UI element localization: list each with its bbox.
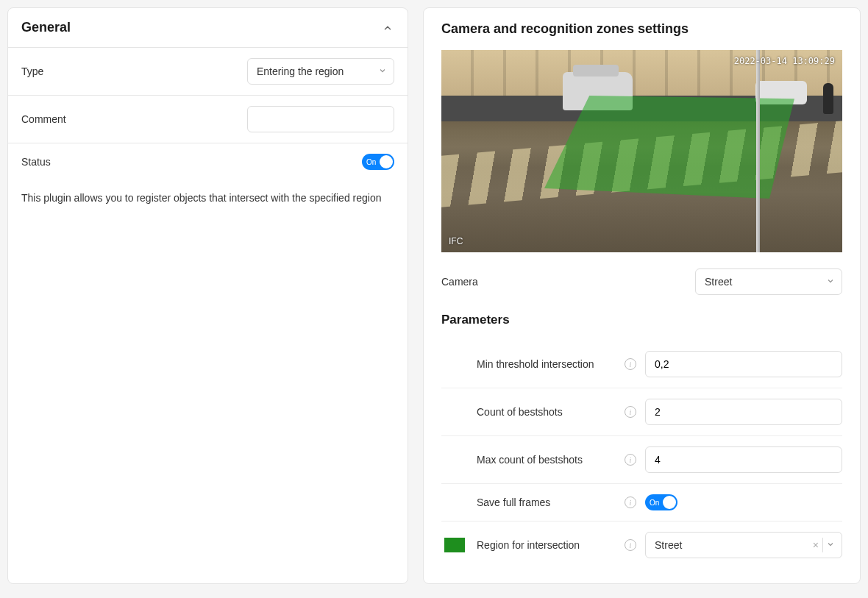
clear-icon[interactable]: × (813, 539, 819, 551)
camera-select[interactable]: Street (695, 268, 842, 295)
toggle-knob (380, 155, 393, 168)
info-icon[interactable]: i (625, 406, 636, 418)
comment-label: Comment (21, 113, 66, 125)
preview-camera-label: IFC (449, 236, 463, 246)
max-bestshots-row: Max count of bestshots i (441, 436, 842, 484)
min-threshold-label: Min threshold intersection (477, 357, 616, 371)
comment-input[interactable] (247, 106, 394, 132)
max-bestshots-label: Max count of bestshots (477, 453, 616, 467)
info-icon[interactable]: i (625, 539, 636, 551)
status-toggle[interactable]: On (362, 154, 394, 170)
pedestrian (823, 83, 833, 114)
type-select[interactable]: Entering the region (247, 58, 394, 85)
count-bestshots-label: Count of bestshots (477, 405, 616, 419)
save-frames-row: Save full frames i On (441, 484, 842, 522)
select-divider (822, 538, 823, 552)
type-label: Type (21, 65, 43, 77)
camera-preview[interactable]: 2022-03-14 13:09:29 IFC (441, 50, 842, 252)
count-bestshots-row: Count of bestshots i (441, 388, 842, 436)
region-color-swatch (444, 538, 465, 552)
min-threshold-row: Min threshold intersection i (441, 341, 842, 388)
max-bestshots-input[interactable] (645, 446, 842, 473)
comment-row: Comment (8, 96, 408, 143)
info-icon[interactable]: i (625, 358, 636, 370)
preview-timestamp: 2022-03-14 13:09:29 (734, 56, 835, 66)
count-bestshots-input[interactable] (645, 399, 842, 425)
general-panel: General Type Entering the region Comment… (7, 7, 408, 584)
min-threshold-input[interactable] (645, 351, 842, 377)
status-row: Status On (8, 143, 408, 180)
general-title: General (21, 20, 71, 35)
camera-select-row: Camera Street (441, 268, 842, 295)
plugin-description: This plugin allows you to register objec… (8, 180, 408, 221)
chevron-up-icon (381, 21, 394, 35)
camera-label: Camera (441, 276, 478, 288)
lamppost (756, 50, 760, 252)
info-icon[interactable]: i (625, 496, 636, 508)
toggle-on-label: On (650, 499, 659, 507)
toggle-on-label: On (366, 158, 376, 166)
zones-panel: Camera and recognition zones settings 20… (423, 7, 861, 584)
zones-title: Camera and recognition zones settings (441, 21, 842, 37)
type-row: Type Entering the region (8, 48, 408, 96)
info-icon[interactable]: i (625, 454, 636, 466)
general-section-header[interactable]: General (8, 8, 408, 48)
save-frames-label: Save full frames (477, 496, 616, 510)
status-label: Status (21, 156, 51, 168)
region-row: Region for intersection i Street × (441, 522, 842, 569)
parameters-title: Parameters (441, 313, 842, 327)
region-label: Region for intersection (477, 538, 616, 552)
toggle-knob (663, 496, 676, 509)
save-frames-toggle[interactable]: On (645, 494, 677, 510)
